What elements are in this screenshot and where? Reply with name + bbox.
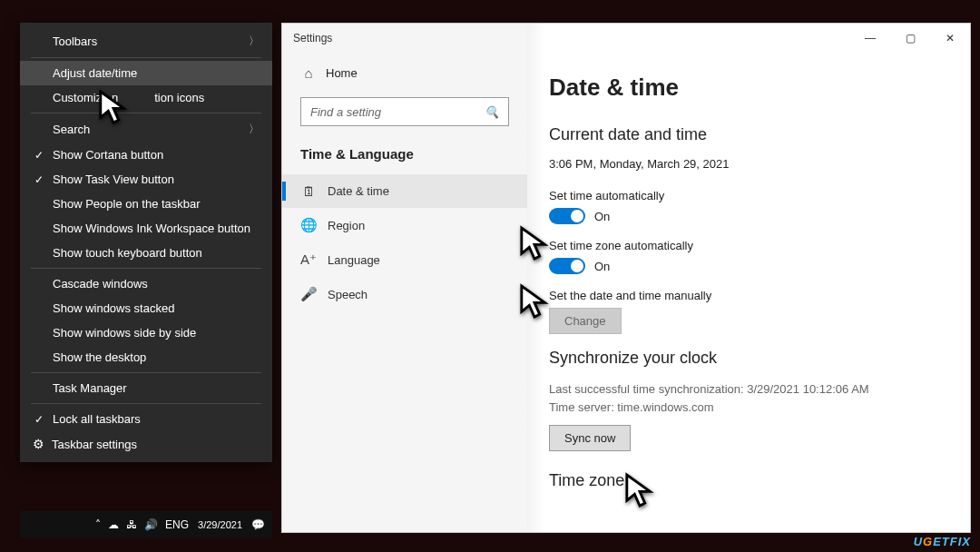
settings-sidebar: ⌂ Home Find a setting 🔍 Time & Language … bbox=[282, 24, 527, 532]
sync-server: Time server: time.windows.com bbox=[549, 399, 948, 417]
ctx-lock-taskbars[interactable]: ✓Lock all taskbars bbox=[20, 407, 272, 431]
calendar-icon: 🗓 bbox=[300, 183, 317, 199]
taskbar-context-menu: Toolbars 〉 Adjust date/time Customize n … bbox=[20, 23, 272, 462]
ctx-customize-notification-icons[interactable]: Customize n tion icons bbox=[20, 85, 272, 110]
ctx-taskbar-settings[interactable]: ⚙Taskbar settings bbox=[20, 431, 272, 457]
microphone-icon: 🎤 bbox=[300, 286, 317, 302]
ctx-show-touch-keyboard[interactable]: Show touch keyboard button bbox=[20, 241, 272, 265]
sound-icon[interactable]: 🔊 bbox=[144, 518, 158, 531]
ctx-label: Cascade windows bbox=[53, 277, 148, 291]
set-time-auto-label: Set time automatically bbox=[549, 189, 948, 202]
network-icon[interactable]: 🖧 bbox=[126, 518, 137, 531]
minimize-button[interactable]: — bbox=[850, 24, 890, 53]
ctx-label: Show the desktop bbox=[53, 350, 146, 364]
gear-icon: ⚙ bbox=[33, 437, 44, 451]
ctx-label: Search bbox=[53, 123, 90, 136]
ctx-label: Show Cortana button bbox=[53, 148, 163, 162]
settings-window: Settings — ▢ ✕ ⌂ Home Find a setting 🔍 T… bbox=[281, 23, 971, 533]
ctx-search[interactable]: Search 〉 bbox=[20, 116, 272, 143]
sidebar-item-date-time[interactable]: 🗓 Date & time bbox=[282, 174, 527, 208]
check-icon: ✓ bbox=[33, 149, 45, 162]
language-icon: A⁺ bbox=[300, 251, 317, 268]
ctx-label: Show Task View button bbox=[53, 172, 174, 186]
ctx-label: Show touch keyboard button bbox=[53, 246, 202, 260]
home-icon: ⌂ bbox=[300, 65, 317, 81]
ctx-label: Show windows side by side bbox=[53, 326, 196, 340]
ctx-label: Taskbar settings bbox=[52, 438, 137, 451]
sidebar-item-language[interactable]: A⁺ Language bbox=[282, 242, 527, 277]
chevron-right-icon: 〉 bbox=[249, 34, 260, 49]
check-icon: ✓ bbox=[33, 173, 45, 186]
set-time-auto-state: On bbox=[594, 210, 610, 223]
set-tz-auto-toggle[interactable] bbox=[549, 258, 585, 274]
page-title: Date & time bbox=[549, 74, 948, 102]
maximize-button[interactable]: ▢ bbox=[890, 24, 930, 53]
ctx-side-by-side[interactable]: Show windows side by side bbox=[20, 320, 272, 345]
taskbar-date: 3/29/2021 bbox=[198, 519, 242, 531]
ctx-adjust-date-time[interactable]: Adjust date/time bbox=[20, 61, 272, 85]
system-tray[interactable]: ˄ ☁ 🖧 🔊 ENG bbox=[95, 518, 189, 531]
settings-search[interactable]: Find a setting 🔍 bbox=[300, 97, 509, 126]
sidebar-home[interactable]: ⌂ Home bbox=[282, 58, 527, 88]
ctx-stacked[interactable]: Show windows stacked bbox=[20, 296, 272, 320]
globe-icon: 🌐 bbox=[300, 217, 317, 233]
ctx-label: Show windows stacked bbox=[53, 301, 174, 315]
set-tz-auto-state: On bbox=[594, 260, 610, 273]
titlebar[interactable]: Settings — ▢ ✕ bbox=[281, 24, 970, 53]
check-icon: ✓ bbox=[33, 413, 45, 426]
sidebar-item-label: Region bbox=[328, 219, 365, 232]
current-datetime-value: 3:06 PM, Monday, March 29, 2021 bbox=[549, 157, 948, 171]
sidebar-item-label: Date & time bbox=[328, 184, 389, 198]
ctx-label-left: Customize n bbox=[53, 91, 118, 104]
timezone-heading: Time zone bbox=[549, 471, 948, 490]
taskbar[interactable]: ˄ ☁ 🖧 🔊 ENG 3/29/2021 💬 bbox=[20, 511, 272, 538]
current-datetime-heading: Current date and time bbox=[549, 125, 948, 144]
sidebar-home-label: Home bbox=[326, 66, 358, 80]
window-title: Settings bbox=[281, 32, 332, 44]
ctx-label: Lock all taskbars bbox=[53, 412, 141, 426]
ctx-show-desktop[interactable]: Show the desktop bbox=[20, 345, 272, 370]
set-tz-auto-label: Set time zone automatically bbox=[549, 239, 948, 252]
ctx-label: Task Manager bbox=[53, 381, 127, 395]
ctx-label: Adjust date/time bbox=[53, 66, 137, 80]
sidebar-section-title: Time & Language bbox=[282, 141, 527, 174]
sync-last: Last successful time synchronization: 3/… bbox=[549, 380, 948, 399]
close-button[interactable]: ✕ bbox=[930, 24, 970, 53]
search-placeholder: Find a setting bbox=[310, 105, 381, 119]
taskbar-clock[interactable]: 3/29/2021 bbox=[198, 519, 242, 531]
ctx-show-ink[interactable]: Show Windows Ink Workspace button bbox=[20, 216, 272, 241]
sync-heading: Synchronize your clock bbox=[549, 349, 948, 368]
ctx-label: Show Windows Ink Workspace button bbox=[53, 222, 250, 235]
ctx-label: Toolbars bbox=[53, 34, 97, 48]
watermark: UGETFIX bbox=[914, 535, 971, 548]
ctx-label: Show People on the taskbar bbox=[53, 197, 201, 211]
sidebar-item-speech[interactable]: 🎤 Speech bbox=[282, 277, 527, 311]
set-manual-label: Set the date and time manually bbox=[549, 289, 948, 302]
ctx-task-manager[interactable]: Task Manager bbox=[20, 376, 272, 400]
ctx-cascade[interactable]: Cascade windows bbox=[20, 271, 272, 296]
language-indicator[interactable]: ENG bbox=[165, 518, 189, 531]
sidebar-item-label: Speech bbox=[328, 288, 368, 301]
notification-icon[interactable]: 💬 bbox=[251, 518, 265, 531]
sidebar-item-region[interactable]: 🌐 Region bbox=[282, 208, 527, 242]
set-time-auto-toggle[interactable] bbox=[549, 208, 585, 224]
ctx-toolbars[interactable]: Toolbars 〉 bbox=[20, 28, 272, 54]
sidebar-item-label: Language bbox=[328, 253, 380, 267]
ctx-show-cortana[interactable]: ✓Show Cortana button bbox=[20, 143, 272, 167]
sync-now-button[interactable]: Sync now bbox=[549, 425, 631, 451]
onedrive-icon[interactable]: ☁ bbox=[108, 518, 119, 531]
search-icon: 🔍 bbox=[485, 105, 499, 119]
ctx-label-right: tion icons bbox=[154, 91, 204, 104]
settings-main: Date & time Current date and time 3:06 P… bbox=[527, 24, 970, 532]
chevron-up-icon[interactable]: ˄ bbox=[95, 518, 101, 531]
chevron-right-icon: 〉 bbox=[249, 122, 260, 137]
ctx-show-people[interactable]: Show People on the taskbar bbox=[20, 192, 272, 216]
change-button: Change bbox=[549, 308, 622, 334]
ctx-show-task-view[interactable]: ✓Show Task View button bbox=[20, 167, 272, 192]
